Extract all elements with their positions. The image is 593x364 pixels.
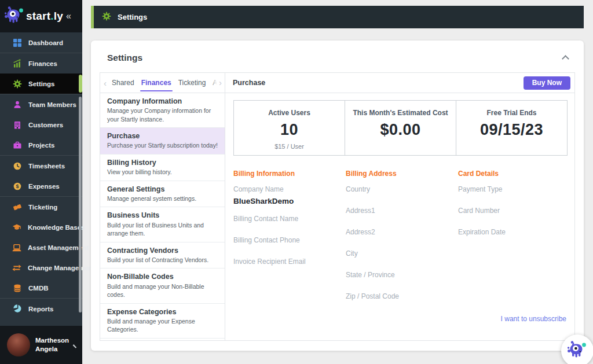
sidebar-item-dashboard[interactable]: Dashboard (0, 32, 82, 53)
sidebar-scrollbar[interactable] (79, 97, 82, 312)
svg-text:$: $ (16, 183, 19, 189)
company-name-field[interactable]: Company Name BlueSharkDemo (233, 185, 346, 205)
person-icon (12, 100, 22, 109)
logo-area: start.ly « (0, 0, 82, 32)
sidebar-nav: Dashboard Finances Settings (0, 32, 82, 319)
dashboard-icon (12, 38, 22, 47)
settings-menu: Company Information Manage your Company … (100, 93, 225, 340)
building-icon (12, 120, 22, 130)
address1-field[interactable]: Address1 (346, 207, 458, 215)
sidebar-item-knowledge-bases[interactable]: Knowledge Bases (0, 217, 82, 237)
address2-field[interactable]: Address2 (346, 228, 458, 236)
menu-item-expense-categories[interactable]: Expense Categories Build and manage your… (100, 304, 225, 339)
ticket-icon (12, 202, 22, 212)
billing-information-section: Billing Information Company Name BlueSha… (233, 170, 346, 314)
card-header: Settings (91, 41, 584, 63)
card-number-field[interactable]: Card Number (458, 207, 568, 215)
menu-item-purchase[interactable]: Purchase Purchase your Startly subscript… (100, 128, 225, 155)
menu-item-contracting-vendors[interactable]: Contracting Vendors Build your list of C… (100, 242, 225, 269)
state-province-field[interactable]: State / Province (346, 271, 458, 279)
logo-text: start.ly (26, 10, 63, 23)
menu-item-non-billable-codes[interactable]: Non-Billable Codes Build and manage your… (100, 269, 225, 303)
stat-free-trial-ends: Free Trial Ends 09/15/23 (456, 101, 567, 155)
dollar-icon: $ (12, 181, 22, 191)
page-header: Settings (91, 6, 584, 28)
sidebar-item-timesheets[interactable]: Timesheets (0, 156, 82, 176)
database-icon (12, 283, 22, 293)
purchase-header: Purchase Buy Now (225, 73, 574, 93)
gear-icon (12, 79, 22, 89)
sidebar-item-settings[interactable]: Settings (0, 73, 82, 94)
billing-contact-name-field[interactable]: Billing Contact Name (233, 215, 346, 223)
sidebar-collapse-icon[interactable]: « (66, 11, 71, 21)
menu-item-business-units[interactable]: Business Units Build your list of Busine… (100, 207, 225, 242)
tabs-next-icon[interactable]: › (211, 73, 225, 93)
city-field[interactable]: City (346, 249, 458, 258)
user-name: Martheson Angela (35, 336, 69, 354)
mascot-help-button[interactable] (561, 334, 593, 364)
billing-form: Billing Information Company Name BlueSha… (233, 170, 568, 314)
avatar (7, 333, 30, 356)
active-item-indicator (79, 75, 82, 93)
briefcase-icon (12, 140, 22, 150)
billing-address-section: Billing Address Country Address1 Address… (346, 170, 458, 314)
finances-icon (12, 58, 22, 68)
collapse-card-icon[interactable] (562, 55, 569, 62)
gear-icon (102, 12, 111, 23)
tab-finances[interactable]: Finances (138, 73, 175, 93)
invoice-recipient-email-field[interactable]: Invoice Recipient Email (233, 258, 346, 266)
payment-type-field[interactable]: Payment Type (458, 185, 568, 193)
laptop-icon (12, 242, 21, 252)
billing-contact-phone-field[interactable]: Billing Contact Phone (233, 236, 346, 244)
pie-chart-icon (12, 304, 22, 314)
page-title: Settings (118, 13, 147, 21)
user-menu[interactable]: Martheson Angela (0, 326, 82, 364)
menu-item-general-settings[interactable]: General Settings Manage general system s… (100, 181, 225, 208)
menu-item-expense-receipt-policies[interactable]: Expense Receipt Policies Create and mana… (100, 339, 225, 340)
zip-postal-code-field[interactable]: Zip / Postal Code (346, 292, 458, 300)
stat-estimated-cost: This Month's Estimated Cost $0.00 (345, 101, 456, 155)
tab-bar: ‹ Shared Finances Ticketing Asset › (100, 73, 225, 93)
stat-active-users: Active Users 10 $15 / User (234, 101, 345, 155)
menu-item-company-information[interactable]: Company Information Manage your Company … (100, 93, 225, 128)
app-screen: start.ly « Dashboard Finances (0, 0, 593, 364)
mascot-icon (567, 340, 588, 362)
sidebar-item-change-management[interactable]: Change Management (0, 258, 82, 278)
section-title-billing-information: Billing Information (233, 170, 346, 178)
buy-now-button[interactable]: Buy Now (524, 76, 570, 90)
subscription-stats: Active Users 10 $15 / User This Month's … (233, 100, 568, 156)
sidebar-item-ticketing[interactable]: Ticketing (0, 197, 82, 217)
sidebar-item-finances[interactable]: Finances (0, 53, 82, 73)
unsubscribe-link[interactable]: I want to unsubscribe (233, 315, 568, 323)
sidebar-item-reports[interactable]: Reports (0, 299, 82, 319)
settings-card: Settings ‹ Shared Finances Ticketing Ass… (91, 41, 584, 351)
sidebar-item-expenses[interactable]: $ Expenses (0, 176, 82, 196)
mascot-logo-icon (4, 5, 25, 27)
sidebar-item-team-members[interactable]: Team Members (0, 94, 82, 115)
sidebar-item-customers[interactable]: Customers (0, 115, 82, 135)
card-title: Settings (107, 53, 142, 63)
purchase-panel: Purchase Buy Now Active Users 10 $15 / U… (225, 73, 574, 340)
tabs-prev-icon[interactable]: ‹ (102, 78, 108, 88)
settings-nav-panel: ‹ Shared Finances Ticketing Asset › Comp… (100, 73, 225, 340)
expiration-date-field[interactable]: Expiration Date (458, 228, 568, 236)
tab-shared[interactable]: Shared (108, 73, 138, 93)
settings-panels: ‹ Shared Finances Ticketing Asset › Comp… (100, 72, 575, 341)
purchase-title: Purchase (233, 79, 265, 87)
sidebar-item-asset-management[interactable]: Asset Management (0, 237, 82, 258)
tab-ticketing[interactable]: Ticketing (175, 73, 210, 93)
section-title-billing-address: Billing Address (346, 170, 458, 178)
country-field[interactable]: Country (346, 185, 458, 193)
sidebar-item-projects[interactable]: Projects (0, 135, 82, 155)
sidebar: start.ly « Dashboard Finances (0, 0, 82, 364)
purchase-body: Active Users 10 $15 / User This Month's … (225, 93, 574, 340)
menu-item-billing-history[interactable]: Billing History View your billing histor… (100, 155, 225, 181)
arrows-swap-icon (12, 263, 21, 273)
section-title-card-details: Card Details (458, 170, 568, 178)
chevron-up-icon[interactable] (73, 344, 76, 348)
sidebar-item-cmdb[interactable]: CMDB (0, 278, 82, 298)
graduation-cap-icon (12, 222, 21, 232)
company-name-value[interactable]: BlueSharkDemo (233, 197, 346, 205)
clock-icon (12, 161, 22, 171)
card-details-section: Card Details Payment Type Card Number Ex… (458, 170, 568, 314)
